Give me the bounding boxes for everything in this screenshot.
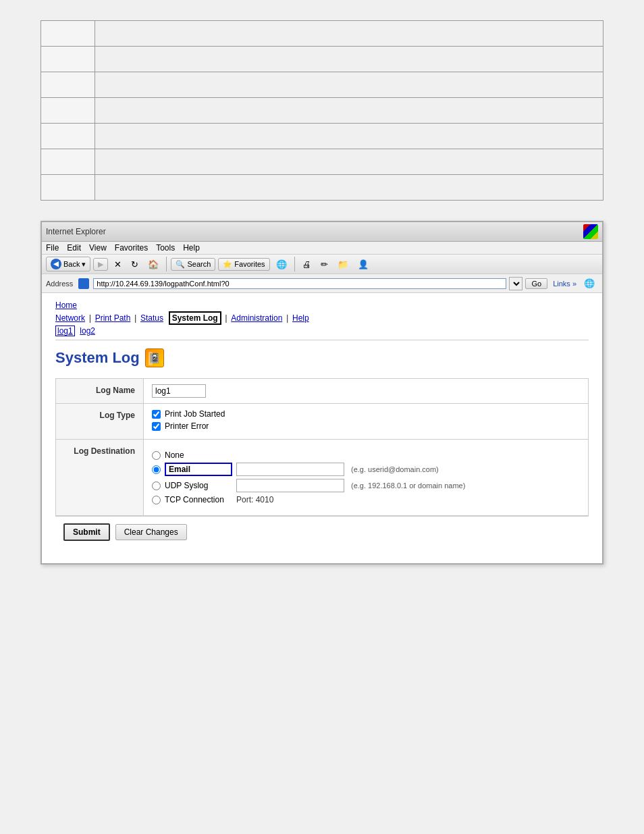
print-button[interactable]: 🖨 [299, 257, 315, 271]
nav-divider [55, 340, 589, 340]
folder-button[interactable]: 📁 [334, 257, 352, 271]
page-title: System Log 📓 [55, 348, 589, 367]
log-type-cell: Print Job Started Printer Error [144, 404, 589, 440]
log-name-cell [144, 379, 589, 404]
toolbar-separator-2 [294, 257, 295, 271]
menu-favorites[interactable]: Favorites [115, 243, 148, 253]
search-icon: 🔍 [176, 260, 185, 269]
address-label: Address [46, 280, 73, 288]
browser-window: Internet Explorer File Edit View Favorit… [41, 221, 603, 565]
log-destination-row: Log Destination None Email ( [56, 440, 589, 516]
printer-error-row: Printer Error [152, 421, 580, 431]
browser-toolbar: ◀ Back ▾ ▶ ✕ ↻ 🏠 🔍 Search ⭐ Favorites 🌐 … [42, 255, 602, 274]
table-value-cell [95, 21, 603, 47]
printer-error-checkbox[interactable] [152, 422, 161, 431]
system-log-form: Log Name Log Type Print Job Started Prin… [55, 378, 589, 516]
network-link[interactable]: Network [55, 313, 85, 323]
table-row [41, 72, 603, 98]
menu-help[interactable]: Help [183, 243, 200, 253]
menu-view[interactable]: View [89, 243, 107, 253]
user-button[interactable]: 👤 [354, 257, 372, 271]
none-radio[interactable] [152, 451, 161, 460]
udp-radio[interactable] [152, 481, 161, 490]
email-input[interactable] [236, 463, 344, 476]
back-button[interactable]: ◀ Back ▾ [46, 257, 90, 271]
table-row [41, 47, 603, 72]
forward-arrow-icon: ▶ [98, 260, 103, 269]
menu-tools[interactable]: Tools [156, 243, 175, 253]
star-icon: ⭐ [223, 260, 232, 269]
help-link[interactable]: Help [292, 313, 309, 323]
sub-nav: log1 log2 [55, 325, 589, 336]
print-path-link[interactable]: Print Path [95, 313, 131, 323]
log-name-input[interactable] [152, 384, 206, 398]
log-type-label: Log Type [56, 404, 144, 440]
address-input[interactable] [93, 278, 506, 289]
port-text: Port: 4010 [236, 495, 273, 504]
status-link[interactable]: Status [140, 313, 163, 323]
system-log-nav-active[interactable]: System Log [169, 311, 221, 325]
back-arrow-icon: ◀ [51, 259, 61, 269]
table-label-cell [41, 149, 95, 175]
search-label: Search [187, 260, 211, 268]
stop-button[interactable]: ✕ [111, 257, 125, 271]
log-type-row: Log Type Print Job Started Printer Error [56, 404, 589, 440]
email-radio[interactable] [152, 465, 161, 474]
administration-link[interactable]: Administration [231, 313, 282, 323]
email-radio-row: Email (e.g. userid@domain.com) [152, 463, 580, 476]
print-job-started-label: Print Job Started [165, 409, 225, 419]
print-job-started-row: Print Job Started [152, 409, 580, 419]
table-row [41, 149, 603, 175]
top-table [41, 20, 603, 201]
table-value-cell [95, 175, 603, 201]
toolbar-separator [166, 257, 167, 271]
search-button[interactable]: 🔍 Search [171, 258, 215, 271]
menu-edit[interactable]: Edit [67, 243, 81, 253]
links-button[interactable]: Links » [553, 280, 576, 288]
log1-link[interactable]: log1 [55, 325, 75, 336]
address-icon [78, 278, 89, 289]
clear-changes-button[interactable]: Clear Changes [115, 524, 187, 540]
home-button[interactable]: 🏠 [144, 257, 162, 271]
home-link[interactable]: Home [55, 301, 77, 310]
log-destination-label: Log Destination [56, 440, 144, 516]
none-radio-row: None [152, 450, 580, 460]
table-value-cell [95, 98, 603, 124]
table-value-cell [95, 124, 603, 149]
table-row [41, 21, 603, 47]
log-name-row: Log Name [56, 379, 589, 404]
log-name-label: Log Name [56, 379, 144, 404]
table-label-cell [41, 98, 95, 124]
udp-radio-row: UDP Syslog (e.g. 192.168.0.1 or domain n… [152, 479, 580, 492]
table-value-cell [95, 149, 603, 175]
submit-button[interactable]: Submit [63, 523, 110, 541]
media-button[interactable]: 🌐 [273, 257, 290, 271]
menu-bar: File Edit View Favorites Tools Help [42, 242, 602, 255]
menu-file[interactable]: File [46, 243, 59, 253]
address-dropdown[interactable] [509, 277, 522, 290]
browser-extra-button[interactable]: 🌐 [581, 276, 598, 290]
browser-title-bar: Internet Explorer [42, 222, 602, 242]
page-content: Home Network | Print Path | Status Syste… [42, 293, 602, 563]
log2-link[interactable]: log2 [80, 326, 95, 336]
main-nav: Network | Print Path | Status System Log… [55, 313, 589, 323]
go-button[interactable]: Go [525, 278, 547, 289]
favorites-button[interactable]: ⭐ Favorites [218, 258, 269, 271]
print-job-started-checkbox[interactable] [152, 410, 161, 419]
refresh-button[interactable]: ↻ [128, 257, 142, 271]
back-dropdown-icon: ▾ [82, 260, 86, 269]
table-row [41, 98, 603, 124]
udp-input[interactable] [236, 479, 344, 492]
tcp-radio[interactable] [152, 496, 161, 504]
destination-radio-group: None Email (e.g. userid@domain.com) [152, 445, 580, 510]
tcp-radio-row: TCP Connection Port: 4010 [152, 495, 580, 504]
forward-button[interactable]: ▶ [93, 258, 108, 271]
edit-button[interactable]: ✏ [317, 257, 331, 271]
udp-label: UDP Syslog [165, 481, 232, 490]
top-table-section [0, 0, 644, 214]
browser-title: Internet Explorer [46, 227, 106, 236]
table-label-cell [41, 175, 95, 201]
table-row [41, 175, 603, 201]
printer-error-label: Printer Error [165, 421, 209, 431]
table-value-cell [95, 72, 603, 98]
